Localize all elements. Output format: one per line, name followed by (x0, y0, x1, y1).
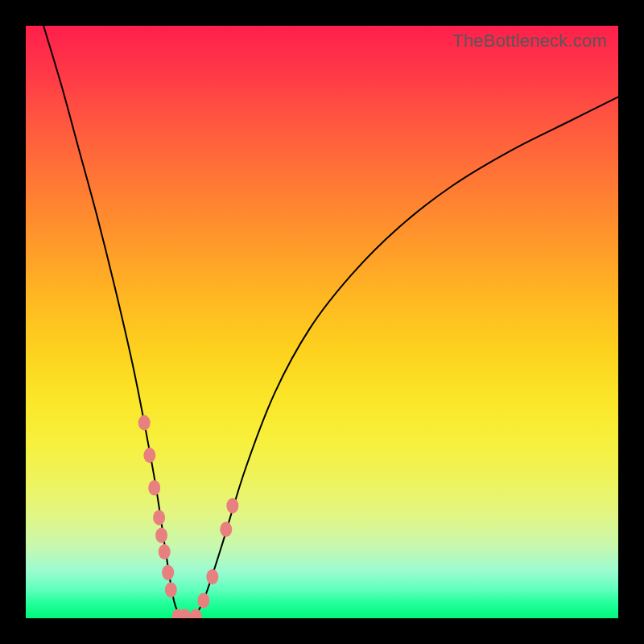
marker-bead (190, 609, 202, 618)
marker-bead (206, 569, 218, 584)
marker-bead (162, 565, 174, 580)
marker-bead (197, 592, 209, 608)
marker-bead (220, 522, 232, 537)
marker-bead (138, 415, 151, 431)
bottleneck-curve (43, 26, 618, 618)
marker-bead (155, 527, 167, 543)
marker-bead (148, 481, 160, 496)
marker-bead (143, 448, 155, 463)
plot-area: TheBottleneck.com (26, 26, 618, 618)
chart-frame: TheBottleneck.com (0, 0, 644, 644)
marker-bead (159, 544, 171, 559)
curve-layer (26, 26, 618, 618)
marker-bead (153, 510, 165, 525)
marker-bead (226, 498, 238, 514)
marker-bead (165, 582, 177, 597)
left-markers-group (138, 415, 191, 618)
